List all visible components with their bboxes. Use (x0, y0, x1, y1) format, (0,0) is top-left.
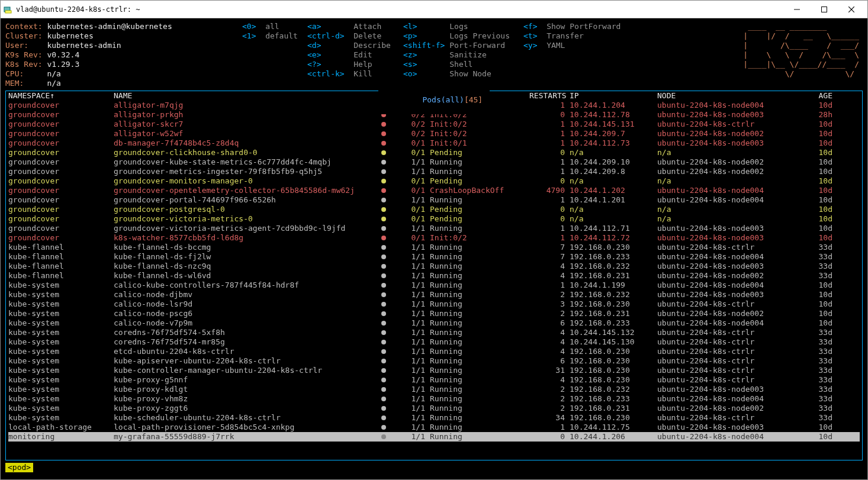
cell: kube-system (8, 347, 114, 356)
table-row[interactable]: groundcovergroundcover-clickhouse-shard0… (8, 148, 860, 157)
cell: 1/1 (394, 224, 430, 233)
table-row[interactable]: kube-systemkube-proxy-vhm8z1/1Running219… (8, 394, 860, 404)
shortcut-action: Attach (353, 22, 381, 31)
table-row[interactable]: groundcoveralligator-w52wf0/2Init:0/2110… (8, 129, 860, 138)
cell: kube-flannel (8, 243, 114, 252)
status-dot-icon (381, 207, 386, 212)
minimize-button[interactable] (783, 1, 811, 18)
table-row[interactable]: groundcovergroundcover-kube-state-metric… (8, 157, 860, 167)
cell: 4790 (529, 186, 570, 195)
table-row[interactable]: kube-systemkube-proxy-zggt61/1Running219… (8, 404, 860, 413)
table-row[interactable]: groundcovergroundcover-victoria-metrics-… (8, 214, 860, 224)
cell: Running (430, 413, 529, 423)
cell: ubuntu-2204-k8s-node002 (657, 309, 802, 318)
table-row[interactable]: kube-systemkube-proxy-g5nnf1/1Running419… (8, 375, 860, 385)
pf-indicator (380, 318, 394, 328)
table-row[interactable]: local-path-storagelocal-path-provisioner… (8, 423, 860, 432)
cell: 4 (529, 271, 570, 281)
table-row[interactable]: kube-systemetcd-ubuntu-2204-k8s-ctrlr1/1… (8, 347, 860, 356)
col-header[interactable]: NAME (114, 91, 380, 101)
cell: 1/1 (394, 337, 430, 347)
table-row[interactable]: kube-flannelkube-flannel-ds-wl6vd1/1Runn… (8, 271, 860, 281)
table-row[interactable]: groundcoveralligator-skcr70/2Init:0/2110… (8, 120, 860, 129)
table-row[interactable]: groundcovergroundcover-postgresql-00/1Pe… (8, 205, 860, 214)
cell: kube-system (8, 413, 114, 423)
shortcut-key: <ctrl-k> (307, 69, 353, 78)
table-row[interactable]: groundcovergroundcover-opentelemetry-col… (8, 186, 860, 195)
cell: 10.244.1.199 (570, 281, 657, 290)
table-row[interactable]: kube-flannelkube-flannel-ds-bccmg1/1Runn… (8, 243, 860, 252)
cell: 1/1 (394, 328, 430, 337)
cell: ubuntu-2204-k8s-node003 (657, 262, 802, 271)
info-label: CPU: (5, 69, 47, 78)
col-header[interactable]: RESTARTS (529, 91, 570, 101)
cell: kube-controller-manager-ubuntu-2204-k8s-… (114, 366, 380, 375)
cell: Running (430, 423, 529, 432)
col-header[interactable]: AGE (802, 91, 837, 101)
status-dot-icon (381, 245, 386, 250)
table-row[interactable]: kube-systemkube-controller-manager-ubunt… (8, 366, 860, 375)
cell: etcd-ubuntu-2204-k8s-ctrlr (114, 347, 380, 356)
table-row[interactable]: kube-systemkube-scheduler-ubuntu-2204-k8… (8, 413, 860, 423)
shortcut-key: <0> (242, 22, 265, 31)
maximize-button[interactable] (811, 1, 838, 18)
table-row[interactable]: monitoringmy-grafana-55559d889-j7rrk1/1R… (8, 432, 860, 442)
table-row[interactable]: groundcovergroundcover-portal-744697f966… (8, 195, 860, 205)
cell: 31 (529, 366, 570, 375)
cell: 0/1 (394, 176, 430, 186)
titlebar[interactable]: vlad@ubuntu-2204-k8s-ctrlr: ~ (1, 1, 867, 18)
cell: Running (430, 252, 529, 262)
cell: 33d (802, 356, 837, 366)
frame-title-prefix: Pods (418, 95, 441, 104)
cell: Running (430, 290, 529, 299)
col-header[interactable]: NAMESPACE↑ (8, 91, 114, 101)
cell: kube-system (8, 309, 114, 318)
status-dot-icon (381, 273, 386, 278)
shortcut-action: Transfer (546, 31, 584, 40)
cell: 192.168.0.230 (570, 413, 657, 423)
cell: groundcover-portal-744697f966-6526h (114, 195, 380, 205)
info-value: n/a (47, 69, 60, 78)
cell: 10d (802, 101, 837, 110)
table-row[interactable]: groundcovergroundcover-victoria-metrics-… (8, 224, 860, 233)
cell: 2 (529, 290, 570, 299)
cell: groundcover (8, 224, 114, 233)
cell: Running (430, 243, 529, 252)
cell: n/a (657, 148, 802, 157)
col-header[interactable]: IP (570, 91, 657, 101)
table-row[interactable]: kube-systemcoredns-76f75df574-5xf8h1/1Ru… (8, 328, 860, 337)
table-row[interactable]: kube-systemcoredns-76f75df574-mr85g1/1Ru… (8, 337, 860, 347)
status-dot-icon (381, 434, 386, 439)
pf-indicator (380, 423, 394, 432)
cell: 1 (529, 195, 570, 205)
close-button[interactable] (838, 1, 865, 18)
cell: kube-system (8, 290, 114, 299)
table-row[interactable]: kube-systemcalico-node-v7p9m1/1Running61… (8, 318, 860, 328)
table-row[interactable]: kube-systemcalico-kube-controllers-787f4… (8, 281, 860, 290)
col-header[interactable]: NODE (657, 91, 802, 101)
table-row[interactable]: groundcovergroundcover-metrics-ingester-… (8, 167, 860, 176)
pf-indicator (380, 233, 394, 243)
table-row[interactable]: kube-systemcalico-node-lsr9d1/1Running31… (8, 299, 860, 309)
shortcut-action: Show PortForward (546, 22, 621, 31)
table-row[interactable]: groundcoverdb-manager-7f4748b4c5-z8d4q0/… (8, 138, 860, 148)
table-row[interactable]: kube-systemkube-proxy-kdlgt1/1Running219… (8, 385, 860, 394)
pf-indicator (380, 347, 394, 356)
pf-indicator (380, 281, 394, 290)
shortcut-action: YAML (546, 41, 565, 50)
cell: kube-system (8, 404, 114, 413)
table-row[interactable]: kube-systemcalico-node-pscg61/1Running21… (8, 309, 860, 318)
terminal[interactable]: ____ __ ________ | |/ / __ \______ | /\_… (1, 18, 867, 479)
cell: n/a (570, 205, 657, 214)
table-row[interactable]: kube-flannelkube-flannel-ds-fj2lw1/1Runn… (8, 252, 860, 262)
cell: kube-flannel-ds-nzc9q (114, 262, 380, 271)
cell: alligator-w52wf (114, 129, 380, 138)
table-row[interactable]: kube-flannelkube-flannel-ds-nzc9q1/1Runn… (8, 262, 860, 271)
table-row[interactable]: kube-systemcalico-node-djbmv1/1Running21… (8, 290, 860, 299)
cell: kube-flannel-ds-fj2lw (114, 252, 380, 262)
cell: Running (430, 366, 529, 375)
cell: Pending (430, 214, 529, 224)
table-row[interactable]: groundcoverk8s-watcher-8577cbb5fd-l6d8g0… (8, 233, 860, 243)
table-row[interactable]: groundcovergroundcover-monitors-manager-… (8, 176, 860, 186)
table-row[interactable]: kube-systemkube-apiserver-ubuntu-2204-k8… (8, 356, 860, 366)
